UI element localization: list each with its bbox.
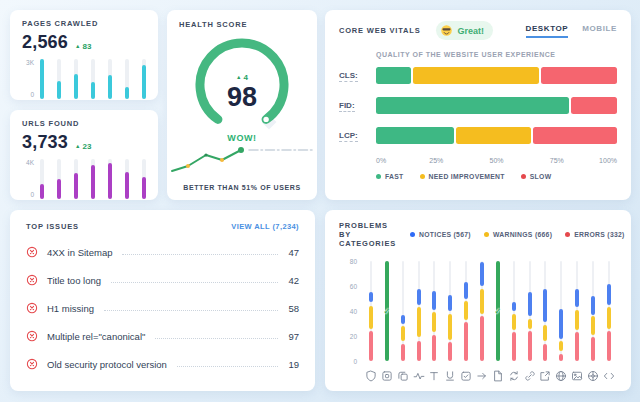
mini-bar-track bbox=[40, 59, 44, 99]
problem-cell bbox=[539, 261, 551, 361]
y-min-label: 0 bbox=[30, 92, 34, 99]
problems-plot: ✓✓ 806040200 bbox=[365, 261, 615, 361]
cwv-segment-need bbox=[456, 127, 531, 144]
cwv-metric-label[interactable]: CLS: bbox=[339, 71, 376, 80]
legend-item[interactable]: NOTICES (567) bbox=[410, 231, 471, 238]
mini-bar-track bbox=[40, 159, 44, 199]
legend-item[interactable]: ERRORS (332) bbox=[565, 231, 624, 238]
pages-crawled-card: PAGES CRAWLED 2,566 83 3K 0 bbox=[10, 10, 158, 100]
y-tick-label: 20 bbox=[339, 333, 357, 340]
legend-label: WARNINGS (666) bbox=[493, 231, 552, 238]
bar-segment bbox=[448, 295, 452, 311]
leader-line bbox=[122, 254, 278, 255]
y-tick-label: 80 bbox=[339, 258, 357, 265]
bar-segment bbox=[543, 325, 547, 341]
problems-by-categories-card: PROBLEMS BY CATEGORIES NOTICES (567)WARN… bbox=[325, 210, 631, 391]
mini-bar bbox=[142, 65, 146, 99]
mini-bar bbox=[108, 163, 112, 199]
cwv-metric-label[interactable]: LCP: bbox=[339, 131, 376, 140]
redirect-icon[interactable] bbox=[476, 370, 488, 382]
globe-icon[interactable] bbox=[555, 370, 567, 382]
issue-row[interactable]: Multiple rel="canonical"97 bbox=[26, 322, 299, 350]
underline-icon[interactable] bbox=[444, 370, 456, 382]
issue-row[interactable]: H1 missing58 bbox=[26, 294, 299, 322]
edit-box-icon[interactable] bbox=[460, 370, 472, 382]
bar-segment bbox=[559, 341, 563, 351]
y-max-label: 4K bbox=[26, 160, 34, 167]
file-icon[interactable] bbox=[492, 370, 504, 382]
problem-column bbox=[464, 261, 468, 361]
legend-label: FAST bbox=[385, 173, 404, 180]
bar-segment bbox=[432, 291, 436, 310]
cwv-metric-label[interactable]: FID: bbox=[339, 101, 376, 110]
mini-bar bbox=[142, 177, 146, 199]
legend-item[interactable]: WARNINGS (666) bbox=[484, 231, 552, 238]
activity-icon[interactable] bbox=[413, 370, 425, 382]
legend-item: NEED IMPROVEMENT bbox=[420, 173, 505, 180]
mini-bar bbox=[108, 75, 112, 99]
health-footer: BETTER THAN 51% OF USERS bbox=[167, 184, 317, 191]
mini-bar-track bbox=[57, 159, 61, 199]
problem-column bbox=[543, 261, 547, 361]
problem-cell bbox=[524, 261, 536, 361]
leader-line bbox=[155, 338, 278, 339]
issue-label: Title too long bbox=[47, 275, 101, 286]
problem-column: ✓ bbox=[385, 261, 389, 361]
error-circle-x-icon bbox=[26, 246, 38, 258]
problem-column bbox=[369, 261, 373, 361]
legend-dot bbox=[410, 232, 415, 237]
view-all-link[interactable]: VIEW ALL (7,234) bbox=[231, 222, 299, 231]
leader-line bbox=[111, 282, 278, 283]
box-element-icon[interactable] bbox=[381, 370, 393, 382]
problem-column bbox=[528, 261, 532, 361]
image-icon[interactable] bbox=[571, 370, 583, 382]
external-link-icon[interactable] bbox=[539, 370, 551, 382]
check-icon: ✓ bbox=[384, 307, 391, 316]
mini-bar bbox=[40, 184, 44, 199]
bar-segment bbox=[559, 309, 563, 339]
tab-desktop[interactable]: DESKTOP bbox=[526, 24, 569, 38]
mini-bar bbox=[57, 81, 61, 99]
sunglasses-emoji-icon bbox=[440, 24, 453, 37]
device-tabs: DESKTOP MOBILE bbox=[526, 24, 617, 38]
link-icon[interactable] bbox=[524, 370, 536, 382]
issue-label: H1 missing bbox=[47, 303, 94, 314]
wheel-icon[interactable] bbox=[587, 370, 599, 382]
legend-label: NEED IMPROVEMENT bbox=[429, 173, 505, 180]
problem-column bbox=[559, 261, 563, 361]
bar-segment bbox=[591, 316, 595, 335]
health-wow-label: WOW! bbox=[167, 133, 317, 143]
bar-segment bbox=[528, 331, 532, 361]
y-tick-label: 60 bbox=[339, 283, 357, 290]
issue-row[interactable]: Title too long42 bbox=[26, 266, 299, 294]
bar-segment bbox=[480, 316, 484, 361]
pages-crawled-chart bbox=[40, 59, 146, 99]
legend-dot bbox=[484, 232, 489, 237]
bar-segment bbox=[369, 331, 373, 361]
shield-icon[interactable] bbox=[365, 370, 377, 382]
cwv-row: CLS: bbox=[339, 67, 617, 84]
bar-segment bbox=[512, 302, 516, 311]
pages-crawled-stat: 2,566 83 bbox=[22, 32, 146, 53]
issue-row[interactable]: 4XX in Sitemap47 bbox=[26, 238, 299, 266]
cwv-rows: CLS:FID:LCP: bbox=[339, 67, 617, 144]
issue-row[interactable]: Old security protocol version19 bbox=[26, 350, 299, 378]
text-icon[interactable] bbox=[428, 370, 440, 382]
health-score-title: HEALTH SCORE bbox=[179, 20, 305, 29]
cwv-axis-tick: 25% bbox=[429, 157, 443, 164]
problem-cell bbox=[571, 261, 583, 361]
bar-segment bbox=[448, 314, 452, 340]
top-issues-title: TOP ISSUES bbox=[26, 222, 79, 231]
leader-line bbox=[104, 310, 278, 311]
copy-icon[interactable] bbox=[397, 370, 409, 382]
bar-segment bbox=[543, 344, 547, 362]
problem-column bbox=[417, 261, 421, 361]
tab-mobile[interactable]: MOBILE bbox=[582, 24, 617, 38]
cwv-segment-fast bbox=[376, 67, 411, 84]
top-issues-header: TOP ISSUES VIEW ALL (7,234) bbox=[26, 222, 299, 231]
repeat-icon[interactable] bbox=[508, 370, 520, 382]
cwv-axis-tick: 100% bbox=[599, 157, 617, 164]
code-icon[interactable] bbox=[603, 370, 615, 382]
y-tick-label: 40 bbox=[339, 308, 357, 315]
bar-segment bbox=[432, 335, 436, 361]
